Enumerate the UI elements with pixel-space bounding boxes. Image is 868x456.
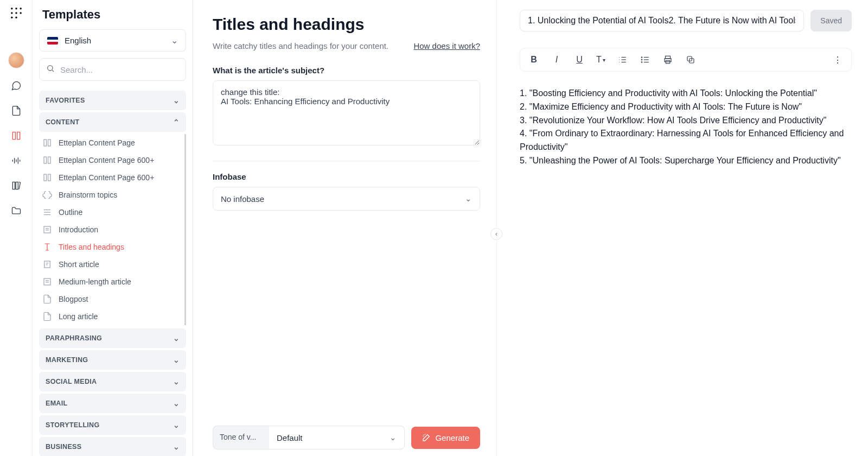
print-button[interactable] (662, 54, 674, 66)
app-logo[interactable] (9, 5, 24, 21)
ordered-list-button[interactable] (616, 54, 628, 66)
output-line: 4. "From Ordinary to Extraordinary: Harn… (520, 127, 852, 154)
generate-label: Generate (435, 433, 469, 442)
svg-point-5 (20, 12, 22, 14)
sidebar-item-label: Etteplan Content Page 600+ (59, 173, 154, 182)
sidebar-item-medium-length-article[interactable]: Medium-length article (39, 273, 184, 290)
item-icon (41, 294, 53, 304)
template-description: Write catchy titles and headings for you… (213, 41, 388, 50)
chevron-down-icon: ⌄ (171, 35, 178, 46)
output-panel: Saved B I U T▾ ⋮ 1. "Boosting Efficiency… (497, 0, 868, 456)
item-icon (41, 190, 53, 200)
collapse-handle[interactable]: ‹ (490, 228, 502, 240)
svg-point-0 (11, 8, 13, 10)
sidebar-item-brainstorm-topics[interactable]: Brainstorm topics (39, 186, 184, 204)
language-select[interactable]: English ⌄ (39, 29, 186, 52)
item-icon (41, 207, 53, 217)
svg-point-7 (15, 16, 17, 18)
svg-point-2 (20, 8, 22, 10)
tone-label: Tone of v... (213, 426, 269, 449)
category-list: FAVORITES ⌄ CONTENT ⌃ Etteplan Content P… (39, 88, 186, 456)
sidebar-item-long-article[interactable]: Long article (39, 308, 184, 325)
sidebar-item-etteplan-content-page-600-[interactable]: Etteplan Content Page 600+ (39, 151, 184, 169)
doc-title-input[interactable] (520, 10, 804, 31)
chevron-down-icon: ⌄ (465, 194, 472, 204)
svg-point-41 (641, 62, 642, 63)
item-icon (41, 277, 53, 287)
search-input[interactable] (60, 65, 179, 74)
infobase-label: Infobase (213, 172, 480, 181)
sidebar-item-introduction[interactable]: Introduction (39, 221, 184, 238)
generate-button[interactable]: Generate (411, 427, 480, 449)
svg-point-6 (11, 16, 13, 18)
svg-rect-15 (44, 140, 47, 146)
content-items: Etteplan Content PageEtteplan Content Pa… (39, 134, 186, 325)
underline-button[interactable]: U (573, 54, 585, 66)
chevron-down-icon: ⌄ (173, 442, 180, 451)
folder-icon[interactable] (9, 203, 24, 218)
sidebar-item-label: Etteplan Content Page 600+ (59, 156, 154, 164)
bold-button[interactable]: B (528, 54, 540, 66)
sidebar-item-etteplan-content-page-600-[interactable]: Etteplan Content Page 600+ (39, 169, 184, 186)
sidebar-item-titles-and-headings[interactable]: Titles and headings (39, 238, 184, 256)
sidebar-item-etteplan-content-page[interactable]: Etteplan Content Page (39, 134, 184, 151)
divider (213, 161, 480, 161)
sidebar-item-label: Short article (59, 260, 99, 269)
item-icon (41, 312, 53, 321)
item-icon (41, 225, 53, 235)
item-icon (41, 155, 53, 165)
infobase-select[interactable]: No infobase ⌄ (213, 187, 480, 211)
cat-paraphrasing[interactable]: PARAPHRASING⌄ (39, 328, 186, 348)
chevron-down-icon: ⌄ (173, 377, 180, 386)
chat-icon[interactable] (9, 78, 24, 93)
templates-panel: Templates English ⌄ FAVORITES ⌄ CONTENT … (33, 0, 193, 456)
library-icon[interactable] (9, 178, 24, 193)
saved-button[interactable]: Saved (810, 10, 852, 31)
svg-rect-20 (48, 174, 51, 181)
copy-button[interactable] (685, 54, 697, 66)
chevron-down-icon: ⌄ (173, 334, 180, 343)
template-heading: Titles and headings (213, 15, 480, 34)
avatar[interactable] (8, 52, 24, 68)
output-line: 1. "Boosting Efficiency and Productivity… (520, 87, 852, 100)
chevron-down-icon: ⌄ (390, 433, 397, 442)
templates-icon[interactable] (9, 128, 24, 143)
sidebar-item-blogpost[interactable]: Blogpost (39, 290, 184, 308)
output-body[interactable]: 1. "Boosting Efficiency and Productivity… (520, 87, 852, 168)
sidebar-item-outline[interactable]: Outline (39, 204, 184, 221)
cat-email[interactable]: EMAIL⌄ (39, 394, 186, 413)
cat-favorites[interactable]: FAVORITES ⌄ (39, 91, 186, 110)
cat-social-media[interactable]: SOCIAL MEDIA⌄ (39, 372, 186, 391)
tone-select[interactable]: Default ⌄ (269, 426, 405, 449)
subject-input[interactable] (213, 80, 480, 145)
templates-title: Templates (42, 8, 183, 22)
help-link[interactable]: How does it work? (413, 41, 480, 50)
more-button[interactable]: ⋮ (832, 54, 844, 66)
sidebar-item-label: Blogpost (59, 295, 88, 303)
sidebar-item-label: Introduction (59, 225, 98, 234)
cat-business[interactable]: BUSINESS⌄ (39, 437, 186, 456)
bottom-bar: Tone of v... Default ⌄ Generate (213, 417, 480, 449)
output-line: 5. "Unleashing the Power of AI Tools: Su… (520, 154, 852, 168)
cat-storytelling[interactable]: STORYTELLING⌄ (39, 415, 186, 435)
svg-point-3 (11, 12, 13, 14)
chevron-up-icon: ⌃ (173, 118, 180, 126)
sidebar-item-short-article[interactable]: Short article (39, 256, 184, 273)
italic-button[interactable]: I (551, 54, 563, 66)
output-line: 2. "Maximize Efficiency and Productivity… (520, 100, 852, 114)
cat-content[interactable]: CONTENT ⌃ (39, 112, 186, 132)
search-box[interactable] (39, 58, 186, 81)
text-style-button[interactable]: T▾ (596, 54, 605, 66)
search-icon (46, 64, 55, 75)
sidebar-item-label: Brainstorm topics (59, 191, 117, 199)
audio-icon[interactable] (9, 153, 24, 168)
item-icon (41, 242, 53, 252)
svg-line-14 (52, 70, 54, 72)
unordered-list-button[interactable] (639, 54, 651, 66)
sidebar-item-label: Titles and headings (59, 243, 124, 251)
svg-rect-16 (48, 140, 51, 146)
svg-rect-27 (44, 261, 50, 268)
document-icon[interactable] (9, 103, 24, 118)
svg-rect-17 (44, 157, 47, 163)
cat-marketing[interactable]: MARKETING⌄ (39, 350, 186, 370)
